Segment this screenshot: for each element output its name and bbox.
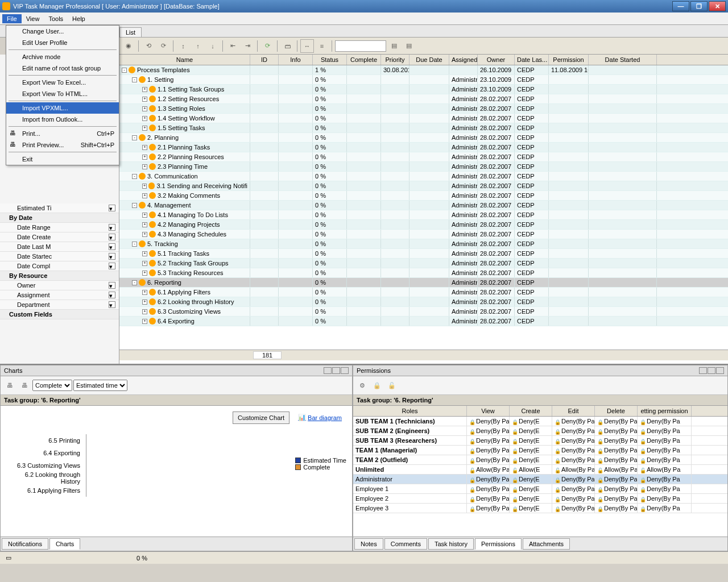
filter-row[interactable]: Assignment▾ — [0, 290, 119, 300]
dropdown-icon[interactable]: ▾ — [109, 292, 115, 298]
filter-row[interactable]: Date Create▾ — [0, 232, 119, 242]
tree-toggle[interactable]: + — [142, 193, 147, 198]
panel-btn-1[interactable] — [699, 367, 707, 374]
chart-select-1[interactable]: Complete — [32, 380, 72, 391]
bottom-tab[interactable]: Permissions — [475, 538, 522, 550]
column-header[interactable]: Date Started — [589, 55, 657, 65]
file-menu-item[interactable]: Change User... — [6, 26, 119, 37]
perm-tool-2[interactable]: 🔒 — [370, 379, 384, 392]
tree-toggle[interactable]: + — [142, 251, 147, 256]
dropdown-icon[interactable]: ▾ — [109, 205, 115, 211]
minimize-button[interactable]: — — [672, 1, 689, 11]
task-row[interactable]: +2.3 Planning Time0 %Administrator28.02.… — [119, 162, 728, 172]
task-row[interactable]: +2.1 Planning Tasks0 %Administrator28.02… — [119, 143, 728, 152]
column-header[interactable]: Permission — [549, 55, 589, 65]
tree-toggle[interactable]: + — [142, 261, 147, 266]
perm-column-header[interactable]: Delete — [595, 406, 638, 416]
task-row[interactable]: +6.2 Looking through History0 %Administr… — [119, 297, 728, 307]
tree-toggle[interactable]: + — [142, 222, 147, 227]
close-button[interactable]: ✕ — [709, 1, 726, 11]
perm-row[interactable]: SUB TEAM 1 (Technicians)Deny(By PaDeny(E… — [353, 417, 727, 426]
menu-help[interactable]: Help — [68, 14, 90, 23]
task-row[interactable]: +6.4 Exporting0 %Administrator28.02.2007… — [119, 317, 728, 326]
task-row[interactable]: -2. Planning0 %Administrator28.02.2007CE… — [119, 133, 728, 143]
task-row[interactable]: -1. Setting0 %Administrator23.10.2009CED… — [119, 75, 728, 85]
filter-row[interactable]: Date Last M▾ — [0, 242, 119, 252]
file-menu-item[interactable]: 🖶Print...Ctrl+P — [6, 128, 119, 139]
tree-toggle[interactable]: + — [142, 309, 147, 314]
tree-toggle[interactable]: + — [142, 290, 147, 295]
task-row[interactable]: +6.1 Applying Filters0 %Administrator28.… — [119, 288, 728, 297]
toolbar-btn-3[interactable]: ⟳ — [156, 39, 170, 53]
tree-toggle[interactable]: + — [142, 126, 147, 131]
toolbar-btn-1[interactable]: ◉ — [122, 39, 135, 53]
column-header[interactable]: Owner — [478, 55, 515, 65]
toolbar-btn-refresh[interactable]: ⟳ — [260, 39, 274, 53]
maximize-button[interactable]: ❐ — [690, 1, 708, 11]
task-row[interactable]: +1.2 Setting Resources0 %Administrator28… — [119, 94, 728, 104]
perm-column-header[interactable]: Roles — [353, 406, 467, 416]
task-row[interactable]: +3.2 Making Comments0 %Administrator28.0… — [119, 191, 728, 201]
perm-row[interactable]: SUB TEAM 3 (Researchers)Deny(By PaDeny(E… — [353, 436, 727, 446]
tree-toggle[interactable]: + — [142, 300, 147, 305]
toolbar-btn-up-down[interactable]: ↕ — [176, 39, 190, 53]
file-menu-item[interactable]: Archive mode — [6, 51, 119, 63]
task-row[interactable]: +1.1 Setting Task Groups0 %Administrator… — [119, 85, 728, 94]
task-row[interactable]: +6.3 Customizing Views0 %Administrator28… — [119, 307, 728, 317]
perm-row[interactable]: AdministratorDeny(By PaDeny(EDeny(By PaD… — [353, 475, 727, 484]
column-header[interactable]: Assigned — [449, 55, 478, 65]
tree-toggle[interactable]: + — [142, 213, 147, 218]
dropdown-icon[interactable]: ▾ — [109, 253, 115, 260]
task-row[interactable]: +5.2 Tracking Task Groups0 %Administrato… — [119, 259, 728, 268]
tree-toggle[interactable]: + — [142, 97, 147, 102]
toolbar-btn-filter2[interactable]: ▤ — [402, 39, 416, 53]
filter-row[interactable]: Owner▾ — [0, 281, 119, 290]
file-menu-item[interactable]: Edit name of root task group — [6, 63, 119, 74]
toolbar-btn-db[interactable]: 🗃 — [280, 39, 294, 53]
tree-toggle[interactable]: + — [142, 319, 147, 324]
column-header[interactable]: Name — [119, 55, 250, 65]
task-row[interactable]: +4.1 Managing To Do Lists0 %Administrato… — [119, 210, 728, 220]
toolbar-btn-down[interactable]: ↓ — [206, 39, 220, 53]
menu-file[interactable]: File — [2, 14, 22, 23]
bottom-tab[interactable]: Notifications — [2, 538, 48, 550]
perm-row[interactable]: SUB TEAM 2 (Engineers)Deny(By PaDeny(EDe… — [353, 426, 727, 436]
task-row[interactable]: +5.1 Tracking Tasks0 %Administrator28.02… — [119, 249, 728, 259]
toolbar-btn-expand[interactable]: ↔ — [300, 39, 314, 53]
perm-row[interactable]: TEAM 2 (Outfield)Deny(By PaDeny(EDeny(By… — [353, 455, 727, 465]
panel-btn-1[interactable] — [324, 367, 332, 374]
tree-toggle[interactable]: - — [122, 68, 127, 73]
tree-toggle[interactable]: + — [142, 164, 147, 169]
panel-btn-close[interactable] — [716, 367, 724, 374]
file-menu-item[interactable]: Import from Outlook... — [6, 114, 119, 125]
tree-toggle[interactable]: - — [132, 280, 137, 285]
task-row[interactable]: -Process Templates1 %30.08.201526.10.200… — [119, 65, 728, 75]
task-row[interactable]: +4.3 Managing Schedules0 %Administrator2… — [119, 230, 728, 239]
task-row[interactable]: -3. Communication0 %Administrator28.02.2… — [119, 172, 728, 181]
column-header[interactable]: Date Las... — [515, 55, 549, 65]
tree-toggle[interactable]: + — [142, 87, 147, 92]
file-menu-item[interactable]: Export View To HTML... — [6, 88, 119, 99]
column-header[interactable]: Info — [279, 55, 313, 65]
chart-select-2[interactable]: Estimated time — [73, 380, 127, 391]
perm-tool-1[interactable]: ⚙ — [355, 379, 369, 392]
dropdown-icon[interactable]: ▾ — [109, 243, 115, 250]
filter-row[interactable]: Department▾ — [0, 300, 119, 310]
bottom-tab[interactable]: Notes — [354, 538, 383, 550]
toolbar-btn-list[interactable]: ≡ — [315, 39, 329, 53]
task-row[interactable]: +1.4 Setting Workflow0 %Administrator28.… — [119, 114, 728, 123]
tree-toggle[interactable]: + — [142, 116, 147, 121]
column-header[interactable]: Priority — [381, 55, 410, 65]
menu-view[interactable]: View — [22, 14, 44, 23]
perm-row[interactable]: Employee 2Deny(By PaDeny(EDeny(By PaDeny… — [353, 494, 727, 504]
column-header[interactable]: Due Date — [410, 55, 449, 65]
filter-row[interactable]: Estimated Ti▾ — [0, 203, 119, 213]
customize-chart-button[interactable]: Customize Chart — [233, 411, 289, 424]
file-menu-item[interactable]: 🖶Print Preview...Shift+Ctrl+P — [6, 139, 119, 151]
perm-row[interactable]: TEAM 1 (Managerial)Deny(By PaDeny(EDeny(… — [353, 446, 727, 455]
file-menu-item[interactable]: Exit — [6, 153, 119, 165]
dropdown-icon[interactable]: ▾ — [109, 224, 115, 231]
tree-toggle[interactable]: - — [132, 135, 137, 140]
dropdown-icon[interactable]: ▾ — [109, 234, 115, 240]
panel-btn-2[interactable] — [708, 367, 715, 374]
